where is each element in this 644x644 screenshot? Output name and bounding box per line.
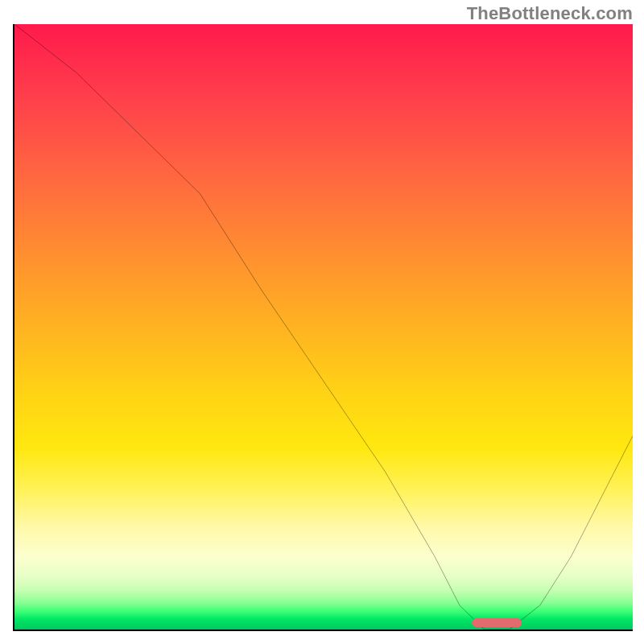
bottleneck-curve bbox=[14, 24, 633, 630]
optimal-range-marker bbox=[472, 618, 521, 627]
chart-container: TheBottleneck.com bbox=[0, 0, 644, 644]
plot-area bbox=[13, 24, 633, 631]
watermark-text: TheBottleneck.com bbox=[467, 3, 633, 24]
curve-path bbox=[14, 24, 633, 630]
